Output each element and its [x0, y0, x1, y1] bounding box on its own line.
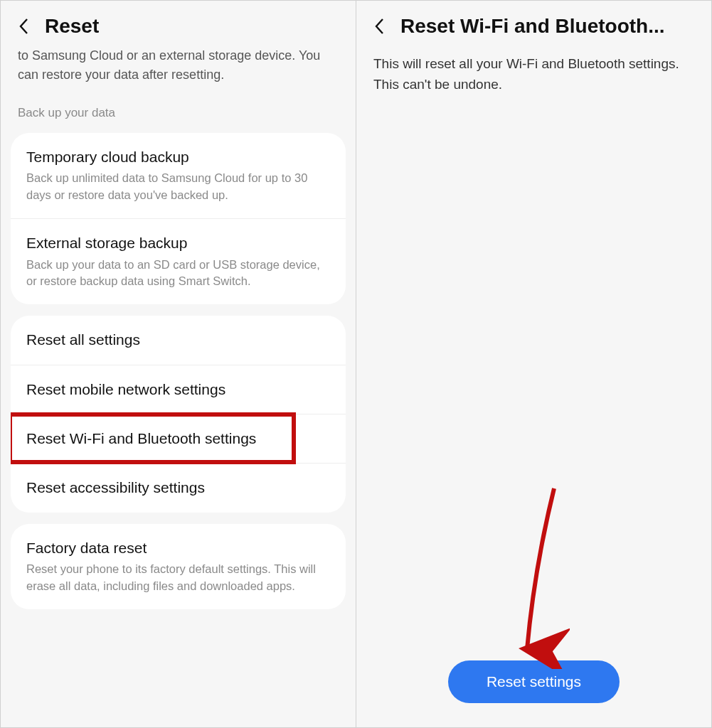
factory-data-reset-item[interactable]: Factory data reset Reset your phone to i…: [11, 524, 346, 609]
item-sub: Back up unlimited data to Samsung Cloud …: [26, 170, 330, 204]
item-sub: Back up your data to an SD card or USB s…: [26, 257, 330, 291]
temporary-cloud-backup-item[interactable]: Temporary cloud backup Back up unlimited…: [11, 133, 346, 218]
page-title: Reset Wi-Fi and Bluetooth...: [400, 15, 665, 38]
item-title: Reset accessibility settings: [26, 478, 330, 498]
description-text: This will reset all your Wi-Fi and Bluet…: [356, 46, 711, 660]
back-icon[interactable]: [371, 17, 389, 36]
page-title: Reset: [45, 15, 99, 38]
reset-options-card: Reset all settings Reset mobile network …: [11, 316, 346, 512]
section-label-backup: Back up your data: [1, 90, 356, 127]
external-storage-backup-item[interactable]: External storage backup Back up your dat…: [11, 218, 346, 304]
reset-settings-button[interactable]: Reset settings: [448, 660, 620, 703]
item-title: Reset mobile network settings: [26, 380, 330, 400]
reset-all-settings-item[interactable]: Reset all settings: [11, 316, 346, 364]
reset-wifi-bluetooth-item[interactable]: Reset Wi-Fi and Bluetooth settings: [11, 414, 346, 463]
reset-settings-screen: Reset to Samsung Cloud or an external st…: [1, 1, 356, 727]
item-title: Temporary cloud backup: [26, 147, 330, 167]
header: Reset: [1, 1, 356, 46]
header: Reset Wi-Fi and Bluetooth...: [356, 1, 711, 46]
item-title: Reset Wi-Fi and Bluetooth settings: [26, 429, 330, 449]
item-title: Reset all settings: [26, 330, 330, 350]
item-sub: Reset your phone to its factory default …: [26, 561, 330, 595]
reset-accessibility-item[interactable]: Reset accessibility settings: [11, 463, 346, 512]
factory-reset-card: Factory data reset Reset your phone to i…: [11, 524, 346, 609]
item-title: Factory data reset: [26, 538, 330, 558]
reset-mobile-network-item[interactable]: Reset mobile network settings: [11, 365, 346, 414]
item-title: External storage backup: [26, 233, 330, 253]
back-icon[interactable]: [15, 17, 33, 36]
intro-text: to Samsung Cloud or an external storage …: [1, 46, 356, 90]
reset-wifi-bluetooth-screen: Reset Wi-Fi and Bluetooth... This will r…: [356, 1, 711, 727]
backup-card: Temporary cloud backup Back up unlimited…: [11, 133, 346, 304]
